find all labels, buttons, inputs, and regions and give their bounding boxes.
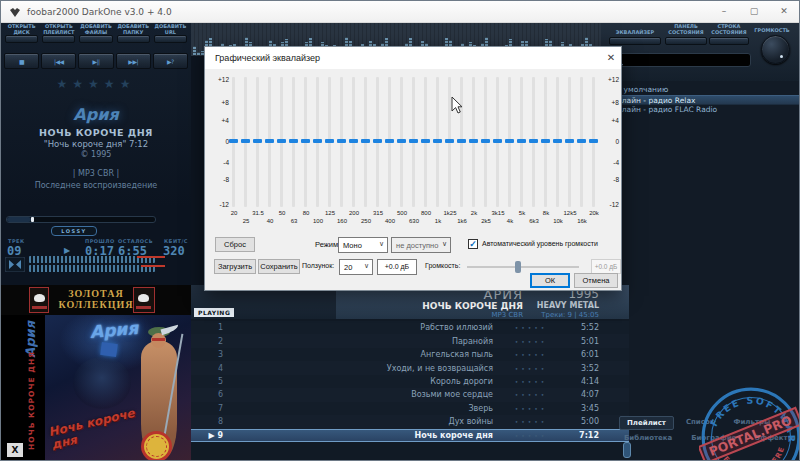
eq-scale-label-left: 0 [207, 138, 229, 145]
status-bar-button[interactable] [709, 37, 749, 45]
eq-band-handle[interactable] [325, 139, 334, 143]
eq-band-handle[interactable] [577, 139, 586, 143]
auto-level-checkbox[interactable]: ✓ [468, 239, 478, 249]
playlist-selector-item[interactable]: Онлайн - радио FLAC Radio [601, 105, 800, 115]
eq-band-handle[interactable] [529, 139, 538, 143]
volume-knob[interactable] [761, 35, 790, 64]
playlist-selector-item[interactable]: По умолчанию [601, 85, 800, 95]
eq-band-label: 200 [343, 210, 365, 217]
eq-band-handle[interactable] [349, 139, 358, 143]
eq-band-handle[interactable] [409, 139, 418, 143]
eq-scale-label-right: -8 [597, 176, 619, 183]
band-gain-input[interactable]: +0.0 дБ [377, 259, 417, 275]
eq-band-handle[interactable] [421, 139, 430, 143]
slider-thumb[interactable] [515, 261, 521, 273]
eq-band-handle[interactable] [517, 139, 526, 143]
eq-band-handle[interactable] [433, 139, 442, 143]
eq-band-handle[interactable] [241, 139, 250, 143]
eq-band-handle[interactable] [361, 139, 370, 143]
toolbar-group-status-panel: ПАНЕЛЬ СОСТОЯНИЯ [663, 24, 709, 46]
track-row[interactable]: 7Зверь•••••3:45 [191, 402, 629, 415]
toolbar-group-open-playlist: ОТКРЫТЬ ПЛЕЙЛИСТ [41, 24, 76, 43]
next-button[interactable]: ▶▶| [116, 53, 151, 69]
app-icon [9, 6, 21, 18]
player-panel: ОТКРЫТЬ ДИСКОТКРЫТЬ ПЛЕЙЛИСТДОБАВИТЬ ФАЙ… [1, 23, 191, 285]
eq-band-handle[interactable] [313, 139, 322, 143]
stop-button[interactable]: ■ [4, 53, 39, 69]
eq-band-label: 25 [235, 218, 257, 225]
maximize-button[interactable]: ▢ [739, 1, 769, 22]
reset-button[interactable]: Сброс [215, 237, 255, 252]
minimize-button[interactable]: – [709, 1, 739, 22]
lcd-display: ▶ ТРЕК09ПРОШЛО0:17ОСТАЛОСЬ6:55КБИТ/С320 [1, 238, 191, 257]
seek-bar-handle[interactable] [31, 217, 34, 222]
track-duration: 6:01 [563, 350, 599, 359]
mode-select[interactable]: Моно∨ [338, 237, 388, 253]
add-folder-button[interactable] [117, 35, 150, 43]
eq-band-handle[interactable] [289, 139, 298, 143]
ok-button[interactable]: ОК [530, 273, 570, 288]
random-button[interactable]: ▶? [153, 53, 188, 69]
tab-библиотека[interactable]: Библиотека [617, 432, 679, 444]
eq-band-handle[interactable] [253, 139, 262, 143]
seek-bar[interactable] [6, 216, 156, 223]
dialog-volume-slider[interactable] [467, 260, 579, 274]
eq-band-handle[interactable] [493, 139, 502, 143]
status-panel-button[interactable] [665, 37, 707, 45]
dialog-close-icon[interactable]: ✕ [603, 51, 619, 65]
open-playlist-button[interactable] [42, 35, 75, 43]
eq-band-handle[interactable] [277, 139, 286, 143]
device-select[interactable]: не доступно∨ [391, 237, 451, 253]
previous-button[interactable]: |◀◀ [41, 53, 76, 69]
eq-band-handle[interactable] [301, 139, 310, 143]
eq-band-handle[interactable] [385, 139, 394, 143]
close-button[interactable]: ✕ [769, 1, 799, 22]
track-row[interactable]: 5Король дороги•••••4:14 [191, 375, 629, 388]
equalizer-button[interactable] [609, 37, 661, 45]
rating-stars[interactable]: ★★★★★ [1, 77, 191, 91]
eq-band-handle[interactable] [373, 139, 382, 143]
eq-band-handle[interactable] [541, 139, 550, 143]
save-button[interactable]: Сохранить [258, 259, 300, 274]
search-input[interactable] [607, 53, 751, 67]
peak-marker-bottom [141, 265, 165, 267]
toolbar-group-status-bar: СТРОКА СОСТОЯНИЯ [707, 24, 751, 46]
eq-band-handle[interactable] [397, 139, 406, 143]
load-button[interactable]: Загрузить [214, 259, 256, 274]
track-row[interactable]: 1Рабство иллюзий•••••5:52 [191, 321, 629, 334]
track-row[interactable]: 2Паранойя•••••5:01 [191, 334, 629, 347]
eq-band-handle[interactable] [445, 139, 454, 143]
playlist-selector-item[interactable]: Онлайн - радио Relax [601, 95, 800, 105]
playlist-info: Треки: 9 | 45:05 [541, 311, 599, 319]
eq-scale-label-left: +8 [207, 99, 229, 106]
cancel-button[interactable]: Отмена [574, 273, 618, 288]
eq-band-handle[interactable] [457, 139, 466, 143]
eq-band-handle[interactable] [229, 139, 238, 143]
eq-band-handle[interactable] [469, 139, 478, 143]
track-row[interactable]: 3Ангельская пыль•••••6:01 [191, 348, 629, 361]
track-row[interactable]: 8Дух войны•••••5:00 [191, 415, 629, 428]
eq-band-handle[interactable] [553, 139, 562, 143]
mode-value: Моно [343, 241, 362, 250]
eq-band-handle[interactable] [481, 139, 490, 143]
auto-level-label: Автоматический уровень громкости [482, 240, 598, 247]
scrollbar-thumb[interactable] [623, 442, 631, 458]
lossy-indicator[interactable]: LOSSY [51, 226, 97, 236]
band-select[interactable]: 20∨ [339, 259, 373, 275]
open-disc-button[interactable] [5, 35, 38, 43]
track-title: Возьми мое сердце [223, 390, 499, 399]
eq-band-handle[interactable] [505, 139, 514, 143]
tab-плейлист[interactable]: Плейлист [619, 416, 674, 430]
dialog-titlebar[interactable]: Графический эквалайзер ✕ [205, 47, 621, 69]
eq-band-handle[interactable] [265, 139, 274, 143]
eq-band-handle[interactable] [337, 139, 346, 143]
track-row[interactable]: ▶ 9Ночь короче дня•••••7:12 [191, 429, 629, 442]
volume-label: ГРОМКОСТЬ [747, 27, 797, 33]
add-files-button[interactable] [79, 35, 112, 43]
playlist-selector-label: Онлайн - радио Relax [611, 96, 695, 105]
eq-band-handle[interactable] [565, 139, 574, 143]
add-url-button[interactable] [154, 35, 187, 43]
play-pause-button[interactable]: ▶|| [78, 53, 113, 69]
track-row[interactable]: 6Возьми мое сердце•••••4:07 [191, 388, 629, 401]
track-row[interactable]: 4Уходи, и не возвращайся•••••3:52 [191, 361, 629, 374]
